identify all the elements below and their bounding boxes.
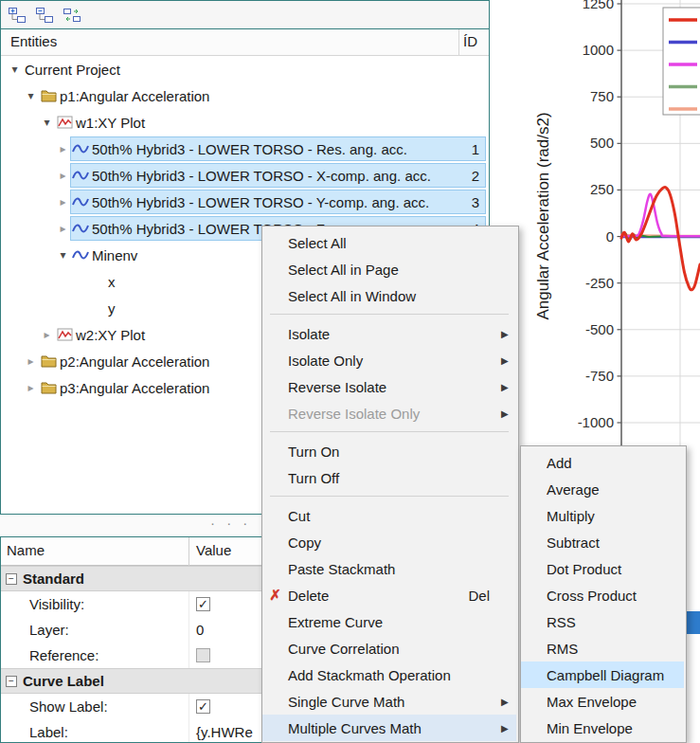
expanded-arrow-icon[interactable]: ▾	[55, 248, 71, 262]
menu-item-select-all[interactable]: Select All	[262, 229, 516, 256]
folder-icon	[39, 381, 58, 394]
tree-item-50th-hybrid3-lower-torso-x-comp-ang-acc[interactable]: ▸50th% Hybrid3 - LOWER TORSO - X-comp. a…	[1, 162, 489, 189]
menu-item-cut[interactable]: Cut	[262, 502, 516, 529]
y-tick-label: 500	[590, 135, 614, 151]
collapsed-arrow-icon[interactable]: ▸	[55, 195, 71, 208]
name-column-header[interactable]: Name	[7, 542, 45, 558]
tree-item-label: 50th% Hybrid3 - LOWER TORSO - X-comp. an…	[90, 168, 431, 184]
curve-icon	[71, 142, 90, 155]
menu-item-paste-stackmath[interactable]: Paste Stackmath	[262, 555, 516, 582]
menu-item-multiply[interactable]: Multiply	[521, 502, 684, 529]
splitter-handle[interactable]: · · ·	[210, 515, 251, 531]
collapsed-arrow-icon[interactable]: ▸	[55, 222, 71, 235]
menu-item-dot-product[interactable]: Dot Product	[521, 555, 684, 582]
id-column-header[interactable]: ÍD	[463, 33, 477, 49]
menu-item-min-envelope[interactable]: Min Envelope	[521, 715, 684, 741]
menu-item-copy[interactable]: Copy	[262, 529, 516, 555]
tree-item-p1-angular-acceleration[interactable]: ▾p1:Angular Acceleration	[1, 82, 489, 109]
tree-item-label: Current Project	[23, 62, 120, 78]
menu-item-cross-product[interactable]: Cross Product	[521, 582, 684, 608]
menu-item-label: Campbell Diagram	[547, 667, 664, 683]
arrow-spacer	[501, 269, 516, 270]
checkbox-unchecked[interactable]	[196, 648, 210, 662]
arrow-spacer	[501, 478, 516, 479]
arrow-spacer	[669, 648, 684, 649]
menu-item-add-stackmath-operation[interactable]: Add Stackmath Operation	[262, 661, 516, 688]
arrow-spacer	[501, 648, 516, 649]
collapsed-arrow-icon[interactable]: ▸	[39, 328, 55, 341]
arrow-spacer	[669, 595, 684, 596]
tree-item-label: w2:XY Plot	[74, 327, 145, 343]
menu-item-reverse-isolate-only[interactable]: Reverse Isolate Only▶	[262, 400, 516, 426]
tree-item-id-badge: 3	[472, 194, 479, 210]
menu-item-subtract[interactable]: Subtract	[521, 529, 684, 555]
tree-item-current-project[interactable]: ▾Current Project	[1, 56, 489, 82]
folder-icon	[39, 89, 58, 102]
collapse-group-icon[interactable]: −	[6, 573, 17, 585]
y-tick-label: -250	[585, 275, 614, 291]
collapsed-arrow-icon[interactable]: ▸	[55, 142, 71, 155]
collapsed-arrow-icon[interactable]: ▸	[23, 381, 39, 394]
refresh-tree-icon[interactable]	[62, 6, 82, 25]
menu-item-turn-on[interactable]: Turn On	[262, 438, 516, 464]
menu-item-add[interactable]: Add	[521, 449, 684, 476]
tree-item-50th-hybrid3-lower-torso-res-ang-acc[interactable]: ▸50th% Hybrid3 - LOWER TORSO - Res. ang.…	[1, 136, 489, 162]
property-name: Layer:	[29, 622, 69, 638]
collapse-group-icon[interactable]: −	[6, 676, 17, 687]
submenu-arrow-icon: ▶	[501, 381, 516, 392]
property-value	[196, 648, 210, 662]
collapsed-arrow-icon[interactable]: ▸	[23, 354, 39, 368]
y-tick-label: 1000	[583, 42, 614, 58]
arrow-spacer	[669, 675, 684, 676]
context-menu: Select AllSelect All in PageSelect All i…	[261, 226, 519, 743]
menu-item-isolate[interactable]: Isolate▶	[262, 320, 516, 347]
tree-item-w1-xy-plot[interactable]: ▾w1:XY Plot	[1, 109, 489, 136]
checkbox-checked[interactable]: ✓	[196, 597, 210, 611]
menu-item-max-envelope[interactable]: Max Envelope	[521, 688, 684, 715]
tree-item-label: p1:Angular Acceleration	[58, 88, 209, 104]
checkbox-checked[interactable]: ✓	[196, 699, 210, 714]
arrow-spacer	[501, 542, 516, 543]
property-value: 0	[196, 622, 204, 638]
delete-x-icon: ✗	[262, 587, 288, 604]
menu-item-rms[interactable]: RMS	[521, 635, 684, 661]
tree-toolbar	[0, 0, 490, 29]
menu-item-label: Select All in Window	[288, 288, 416, 304]
collapsed-arrow-icon[interactable]: ▸	[55, 169, 71, 182]
menu-item-select-all-in-window[interactable]: Select All in Window	[262, 282, 516, 309]
expanded-arrow-icon[interactable]: ▾	[23, 89, 39, 102]
menu-item-label: Turn Off	[288, 470, 339, 486]
value-column-header[interactable]: Value	[196, 542, 231, 558]
expand-all-icon[interactable]	[7, 6, 27, 25]
collapse-all-icon[interactable]	[34, 6, 55, 25]
expanded-arrow-icon[interactable]: ▾	[39, 116, 55, 129]
menu-item-single-curve-math[interactable]: Single Curve Math▶	[262, 688, 516, 715]
property-name: Label:	[29, 724, 68, 740]
menu-item-delete[interactable]: ✗DeleteDel	[262, 582, 516, 608]
menu-item-select-all-in-page[interactable]: Select All in Page	[262, 256, 516, 282]
tree-item-label: p3:Angular Acceleration	[58, 380, 209, 396]
menu-item-label: Turn On	[288, 444, 339, 460]
menu-item-turn-off[interactable]: Turn Off	[262, 464, 516, 491]
menu-item-campbell-diagram[interactable]: Campbell Diagram	[521, 661, 684, 688]
menu-item-isolate-only[interactable]: Isolate Only▶	[262, 347, 516, 373]
y-tick-label: -500	[585, 321, 614, 337]
arrow-spacer	[501, 595, 516, 596]
menu-item-multiple-curves-math[interactable]: Multiple Curves Math▶	[262, 715, 516, 741]
menu-item-rss[interactable]: RSS	[521, 608, 684, 635]
menu-item-extreme-curve[interactable]: Extreme Curve	[262, 608, 516, 635]
entities-column-header[interactable]: Entities	[10, 33, 57, 49]
y-tick-label: 0	[606, 228, 614, 245]
expanded-arrow-icon[interactable]: ▾	[7, 63, 23, 76]
arrow-spacer	[669, 622, 684, 623]
arrow-spacer	[669, 462, 684, 463]
property-value: ✓	[196, 699, 210, 714]
menu-item-curve-correlation[interactable]: Curve Correlation	[262, 635, 516, 661]
menu-item-reverse-isolate[interactable]: Reverse Isolate▶	[262, 373, 516, 400]
arrow-spacer	[501, 296, 516, 297]
tree-item-50th-hybrid3-lower-torso-y-comp-ang-acc[interactable]: ▸50th% Hybrid3 - LOWER TORSO - Y-comp. a…	[1, 189, 489, 215]
menu-item-average[interactable]: Average	[521, 476, 684, 502]
property-group-label: Standard	[23, 571, 84, 587]
property-value: {y.HWRe	[196, 724, 253, 740]
arrow-spacer	[501, 516, 516, 516]
